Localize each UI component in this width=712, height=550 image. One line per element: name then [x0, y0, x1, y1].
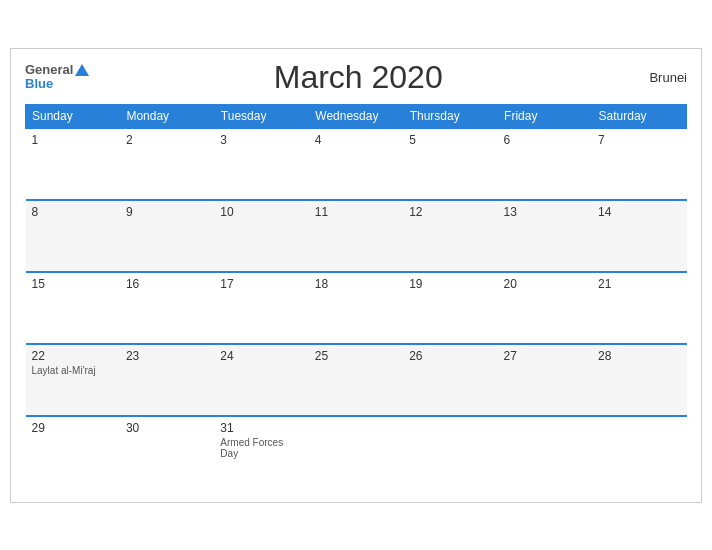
calendar-grid: Sunday Monday Tuesday Wednesday Thursday…: [25, 104, 687, 488]
week-row-2: 891011121314: [26, 200, 687, 272]
country-name: Brunei: [627, 70, 687, 85]
day-cell: 11: [309, 200, 403, 272]
day-cell: 16: [120, 272, 214, 344]
day-number: 14: [598, 205, 680, 219]
day-cell: 26: [403, 344, 497, 416]
day-number: 18: [315, 277, 397, 291]
week-row-3: 15161718192021: [26, 272, 687, 344]
day-cell: 27: [498, 344, 592, 416]
day-number: 28: [598, 349, 680, 363]
day-cell: 14: [592, 200, 686, 272]
day-number: 17: [220, 277, 302, 291]
day-number: 7: [598, 133, 680, 147]
week-row-5: 293031Armed Forces Day: [26, 416, 687, 488]
day-cell: 10: [214, 200, 308, 272]
day-cell: 23: [120, 344, 214, 416]
day-cell: 30: [120, 416, 214, 488]
day-cell: 18: [309, 272, 403, 344]
day-cell: [309, 416, 403, 488]
day-cell: 31Armed Forces Day: [214, 416, 308, 488]
header-thursday: Thursday: [403, 104, 497, 128]
day-cell: 1: [26, 128, 120, 200]
day-number: 29: [32, 421, 114, 435]
day-number: 1: [32, 133, 114, 147]
day-number: 31: [220, 421, 302, 435]
day-cell: [403, 416, 497, 488]
header-tuesday: Tuesday: [214, 104, 308, 128]
day-cell: 15: [26, 272, 120, 344]
day-number: 11: [315, 205, 397, 219]
day-cell: 17: [214, 272, 308, 344]
header-friday: Friday: [498, 104, 592, 128]
day-number: 5: [409, 133, 491, 147]
day-number: 23: [126, 349, 208, 363]
day-cell: 24: [214, 344, 308, 416]
day-cell: 5: [403, 128, 497, 200]
day-cell: 3: [214, 128, 308, 200]
day-number: 16: [126, 277, 208, 291]
day-event: Armed Forces Day: [220, 437, 302, 459]
calendar-header: General Blue March 2020 Brunei: [25, 59, 687, 96]
logo-general-text: General: [25, 63, 73, 77]
day-number: 20: [504, 277, 586, 291]
logo: General Blue: [25, 63, 89, 92]
day-cell: 29: [26, 416, 120, 488]
day-number: 9: [126, 205, 208, 219]
day-cell: [498, 416, 592, 488]
header-sunday: Sunday: [26, 104, 120, 128]
day-cell: 19: [403, 272, 497, 344]
day-number: 25: [315, 349, 397, 363]
logo-triangle-icon: [75, 64, 89, 76]
week-row-1: 1234567: [26, 128, 687, 200]
day-number: 10: [220, 205, 302, 219]
day-number: 2: [126, 133, 208, 147]
day-cell: 12: [403, 200, 497, 272]
day-cell: 25: [309, 344, 403, 416]
day-cell: 20: [498, 272, 592, 344]
day-cell: 13: [498, 200, 592, 272]
day-event: Laylat al-Mi'raj: [32, 365, 114, 376]
header-wednesday: Wednesday: [309, 104, 403, 128]
header-saturday: Saturday: [592, 104, 686, 128]
day-cell: 8: [26, 200, 120, 272]
weekday-header-row: Sunday Monday Tuesday Wednesday Thursday…: [26, 104, 687, 128]
day-cell: [592, 416, 686, 488]
header-monday: Monday: [120, 104, 214, 128]
day-number: 24: [220, 349, 302, 363]
day-number: 22: [32, 349, 114, 363]
day-cell: 7: [592, 128, 686, 200]
day-cell: 28: [592, 344, 686, 416]
day-number: 27: [504, 349, 586, 363]
day-cell: 2: [120, 128, 214, 200]
logo-blue-text: Blue: [25, 77, 53, 91]
day-number: 19: [409, 277, 491, 291]
day-number: 12: [409, 205, 491, 219]
day-number: 6: [504, 133, 586, 147]
day-cell: 21: [592, 272, 686, 344]
week-row-4: 22Laylat al-Mi'raj232425262728: [26, 344, 687, 416]
day-number: 13: [504, 205, 586, 219]
day-cell: 4: [309, 128, 403, 200]
calendar-container: General Blue March 2020 Brunei Sunday Mo…: [10, 48, 702, 503]
day-number: 8: [32, 205, 114, 219]
day-number: 30: [126, 421, 208, 435]
day-cell: 9: [120, 200, 214, 272]
day-cell: 6: [498, 128, 592, 200]
day-cell: 22Laylat al-Mi'raj: [26, 344, 120, 416]
calendar-title: March 2020: [89, 59, 627, 96]
day-number: 4: [315, 133, 397, 147]
day-number: 3: [220, 133, 302, 147]
day-number: 15: [32, 277, 114, 291]
day-number: 21: [598, 277, 680, 291]
day-number: 26: [409, 349, 491, 363]
